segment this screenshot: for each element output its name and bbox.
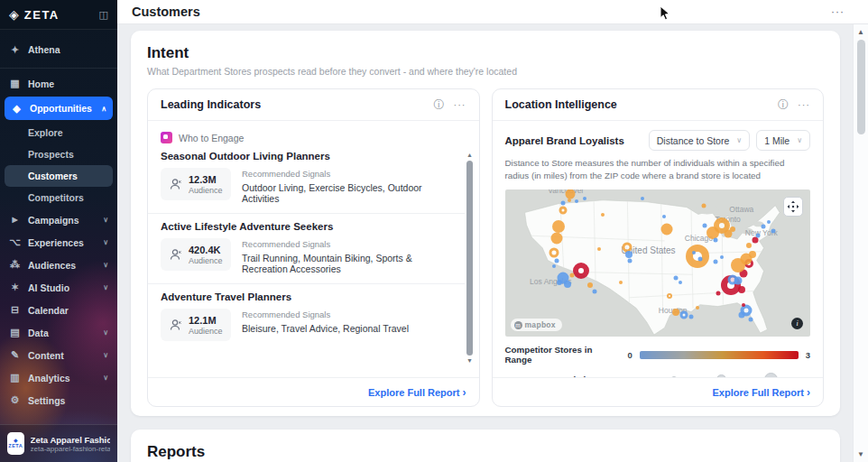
mapbox-logo-icon: m (514, 321, 522, 329)
audience-stat: 12.3M Audience (161, 168, 231, 200)
chevron-down-icon: ∨ (103, 328, 108, 337)
page-menu-icon[interactable]: ··· (831, 5, 854, 18)
metric-dropdown[interactable]: Distance to Store ∨ (649, 130, 750, 151)
scroll-down-icon[interactable]: ▼ (857, 447, 864, 462)
sidebar-item-customers[interactable]: Customers (5, 165, 113, 187)
map-dot (557, 280, 562, 285)
sidebar-item-content[interactable]: ✎ Content ∨ (0, 344, 117, 366)
map-dot (720, 255, 724, 259)
sidebar-item-experiences[interactable]: ⌥ Experiences ∨ (0, 231, 117, 254)
sidebar-item-explore[interactable]: Explore (0, 122, 117, 143)
sidebar: ◈ ZETA ◫ ✦ Athena ▦ Home ◈ Opportunities… (0, 0, 117, 462)
explore-full-report-link[interactable]: Explore Full Report› (713, 386, 810, 399)
map-dot (549, 248, 559, 258)
map-dot (714, 260, 718, 264)
sidebar-nav: ✦ Athena ▦ Home ◈ Opportunities ∧ Explor… (0, 30, 117, 411)
leading-indicators-body: Who to Engage Seasonal Outdoor Living Pl… (148, 121, 479, 377)
window-scrollbar[interactable]: ▲ ▼ (853, 24, 868, 462)
ai-studio-icon: ✶ (9, 282, 21, 293)
us-map[interactable]: VancouverUnited StatesLos AngelesHouston… (505, 189, 811, 337)
calendar-icon: ⊟ (9, 304, 21, 316)
map-dot (628, 258, 633, 263)
sidebar-item-competitors[interactable]: Competitors (0, 187, 117, 208)
scrollbar-thumb[interactable] (466, 161, 473, 356)
audience-person-icon (169, 318, 183, 332)
sidebar-item-home[interactable]: ▦ Home (0, 72, 117, 95)
list-scrollbar[interactable]: ▲ ▼ (465, 152, 476, 365)
info-icon[interactable]: ⓘ (778, 97, 789, 113)
scroll-down-icon[interactable]: ▼ (466, 357, 473, 365)
analytics-icon: ▥ (9, 372, 21, 383)
map-dots (505, 189, 811, 337)
sidebar-toggle-icon[interactable]: ◫ (99, 9, 108, 21)
sidebar-item-campaigns[interactable]: ▶ Campaigns ∨ (0, 208, 117, 231)
scroll-up-icon[interactable]: ▲ (857, 24, 864, 40)
audience-stat: 12.1M Audience (161, 309, 231, 341)
chevron-down-icon: ∨ (103, 261, 108, 269)
sidebar-item-prospects[interactable]: Prospects (0, 143, 117, 165)
campaigns-icon: ▶ (9, 216, 21, 224)
map-dot (688, 314, 693, 319)
map-dot (568, 199, 571, 202)
map-dot (771, 229, 776, 234)
sidebar-item-audiences[interactable]: ⁂ Audiences ∨ (0, 254, 117, 276)
audience-person-icon (169, 177, 183, 191)
indicator-name: Active Lifestyle Adventure Seekers (161, 221, 452, 232)
info-icon[interactable]: ⓘ (434, 97, 445, 113)
experiences-icon: ⌥ (9, 236, 21, 248)
people-dot-medium (670, 376, 678, 377)
location-intelligence-card: Location Intelligence ⓘ ··· Apparel Bran… (492, 88, 825, 407)
map-dot (662, 215, 666, 218)
map-expand-button[interactable] (783, 197, 803, 217)
leading-indicators-card: Leading Indicators ⓘ ··· Who to Engage (147, 88, 480, 407)
intent-panel: Intent What Department Stores prospects … (131, 31, 840, 416)
sidebar-item-opportunities[interactable]: ◈ Opportunities ∧ (5, 97, 113, 120)
sidebar-item-athena[interactable]: ✦ Athena (0, 37, 117, 62)
zeta-logo-icon: ◈ (9, 8, 19, 21)
card-menu-icon[interactable]: ··· (454, 99, 466, 110)
sidebar-item-data[interactable]: ▤ Data ∨ (0, 321, 117, 344)
map-dot (560, 201, 565, 206)
mapbox-attribution[interactable]: m mapbox (511, 319, 562, 331)
indicator-section: Adventure Travel Planners (161, 291, 466, 341)
map-dot (619, 281, 623, 284)
competitor-range-legend: Competitor Stores in Range 0 3 (505, 345, 811, 365)
map-dot (597, 247, 601, 251)
page-header: Customers ··· (117, 0, 868, 24)
radius-dropdown[interactable]: 1 Mile ∨ (756, 130, 810, 151)
card-menu-icon[interactable]: ··· (798, 99, 810, 110)
map-dot (679, 281, 682, 284)
sidebar-item-calendar[interactable]: ⊟ Calendar (0, 299, 117, 321)
map-dot (742, 303, 745, 307)
scrollbar-thumb[interactable] (857, 40, 865, 134)
sidebar-item-analytics[interactable]: ▥ Analytics ∨ (0, 366, 117, 389)
map-dot (679, 310, 688, 319)
account-switcher[interactable]: ◆ ZETA Zeta Apparel Fashion Re... zeta-a… (0, 424, 117, 462)
map-dot (587, 282, 593, 288)
account-avatar: ◆ ZETA (7, 432, 24, 455)
audience-person-icon (169, 247, 183, 262)
signals-label: Recommended Signals (242, 310, 409, 319)
chevron-down-icon: ∨ (103, 283, 108, 291)
competitor-legend-label: Competitor Stores in Range (505, 345, 621, 365)
map-dot (696, 306, 699, 310)
expand-arrows-icon (787, 200, 799, 213)
zeta-logo-text: ZETA (24, 8, 99, 22)
home-icon: ▦ (9, 78, 21, 89)
map-dot (575, 199, 578, 203)
location-intelligence-body: Apparel Brand Loyalists Distance to Stor… (493, 121, 824, 377)
sidebar-item-ai-studio[interactable]: ✶ AI Studio ∨ (0, 276, 117, 299)
scroll-up-icon[interactable]: ▲ (466, 152, 473, 159)
sidebar-item-settings[interactable]: ⚙ Settings (0, 389, 117, 411)
map-dot (716, 291, 721, 295)
map-dot (573, 263, 589, 279)
map-dot (674, 276, 679, 281)
people-range-legend: People in Range 1,300 2,600 3,900 5,100 (505, 373, 811, 377)
map-dot (625, 251, 633, 258)
map-dot (714, 237, 718, 242)
chevron-down-icon: ∨ (736, 136, 742, 144)
explore-full-report-link[interactable]: Explore Full Report› (368, 386, 466, 399)
reports-title: Reports (147, 443, 824, 461)
chevron-down-icon: ∨ (103, 216, 108, 224)
location-intelligence-title: Location Intelligence (505, 98, 779, 111)
